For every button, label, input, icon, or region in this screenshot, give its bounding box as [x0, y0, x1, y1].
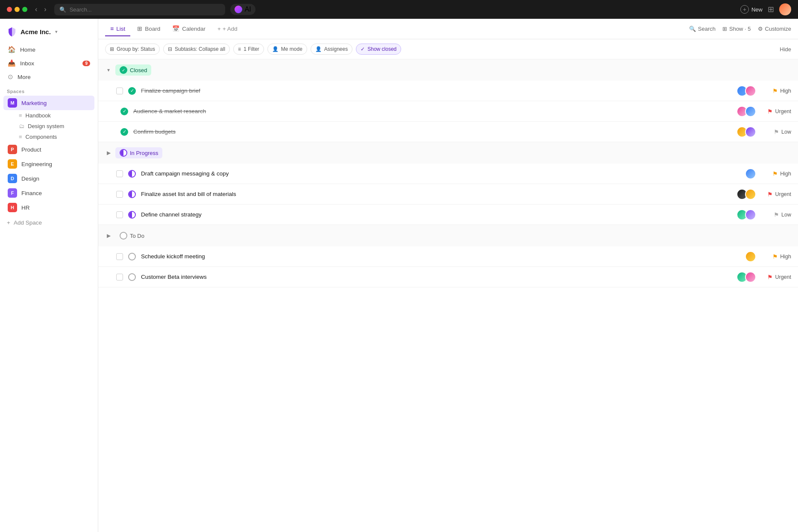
me-mode-filter[interactable]: 👤 Me mode [267, 44, 307, 55]
task-avatars [736, 209, 756, 220]
window-controls [7, 7, 27, 12]
status-done-icon[interactable]: ✓ [120, 128, 128, 136]
task-name[interactable]: Confirm budgets [133, 129, 731, 135]
sidebar-subitem-handbook[interactable]: ≡ Handbook [3, 110, 94, 121]
sidebar-item-more[interactable]: ⊙ More [3, 70, 94, 84]
spaces-section-title: Spaces [0, 85, 98, 96]
sidebar-item-design[interactable]: D Design [3, 171, 94, 186]
tab-calendar[interactable]: 📅 Calendar [167, 22, 211, 36]
workspace-logo[interactable]: Acme Inc. ▾ [0, 22, 98, 41]
gear-icon: ⚙ [758, 26, 763, 32]
filter-label: Show closed [367, 46, 396, 52]
search-icon: 🔍 [59, 6, 66, 13]
status-inprogress-icon[interactable] [128, 170, 136, 178]
search-icon: 🔍 [689, 26, 696, 32]
status-done-icon[interactable]: ✓ [128, 87, 136, 95]
tab-board[interactable]: ⊞ Board [132, 22, 165, 36]
task-checkbox[interactable] [116, 253, 123, 260]
group-header-inprogress[interactable]: ▶ In Progress [98, 142, 798, 164]
task-name[interactable]: Audience & market research [133, 108, 731, 114]
filter-count[interactable]: ≡ 1 Filter [233, 44, 264, 55]
task-avatars [736, 272, 756, 283]
avatar[interactable] [779, 3, 791, 15]
task-name[interactable]: Finalize asset list and bill of material… [141, 191, 731, 197]
task-name[interactable]: Schedule kickoff meeting [141, 253, 740, 260]
task-avatars [745, 251, 756, 262]
group-by-filter[interactable]: ⊞ Group by: Status [105, 44, 160, 55]
task-name[interactable]: Define channel strategy [141, 211, 731, 218]
filter-bar: ⊞ Group by: Status ⊟ Subtasks: Collapse … [98, 39, 798, 59]
sidebar-subitem-design-system[interactable]: 🗂 Design system [3, 121, 94, 132]
sidebar-item-label: Home [20, 47, 35, 53]
tab-label: Calendar [182, 26, 205, 32]
table-row: ⠿ Draft campaign messaging & copy ⚑ High [98, 164, 798, 184]
add-view-button[interactable]: + + Add [212, 22, 243, 35]
group-label: To Do [130, 233, 144, 239]
status-done-icon[interactable]: ✓ [120, 108, 128, 115]
show-action[interactable]: ⊞ Show · 5 [722, 26, 751, 32]
sidebar-item-home[interactable]: 🏠 Home [3, 43, 94, 56]
hide-button[interactable]: Hide [780, 46, 791, 53]
new-button[interactable]: + New [740, 5, 763, 14]
home-icon: 🏠 [8, 46, 16, 53]
group-header-closed[interactable]: ▾ ✓ Closed [98, 59, 798, 81]
closed-status-icon: ✓ [120, 66, 127, 74]
inbox-badge: 9 [82, 61, 90, 66]
chevron-down-icon: ▾ [105, 67, 112, 73]
closed-group-badge: ✓ Closed [115, 64, 151, 76]
global-search[interactable]: 🔍 [54, 4, 225, 15]
customize-action[interactable]: ⚙ Customize [758, 26, 791, 32]
priority-label: Urgent [775, 108, 791, 114]
task-checkbox[interactable] [116, 211, 123, 218]
sidebar-item-marketing[interactable]: M Marketing [3, 96, 94, 110]
sidebar-subitem-components[interactable]: ≡ Components [3, 132, 94, 142]
task-priority: ⚑ Urgent [761, 108, 791, 115]
task-list: ▾ ✓ Closed ⠿ ✓ Finalize campaign brief ⚑ [98, 59, 798, 532]
task-name[interactable]: Draft campaign messaging & copy [141, 170, 740, 177]
status-todo-icon[interactable] [128, 273, 136, 281]
sidebar-item-finance[interactable]: F Finance [3, 186, 94, 200]
task-name[interactable]: Finalize campaign brief [141, 88, 731, 94]
back-button[interactable]: ‹ [32, 5, 40, 14]
task-checkbox[interactable] [116, 88, 123, 94]
sidebar-item-engineering[interactable]: E Engineering [3, 157, 94, 171]
task-checkbox[interactable] [116, 191, 123, 198]
table-row: ✓ Audience & market research ⚑ Urgent [98, 101, 798, 122]
close-dot[interactable] [7, 7, 12, 12]
filter-label: 1 Filter [244, 46, 259, 52]
grid-icon[interactable]: ⊞ [768, 5, 774, 14]
task-checkbox[interactable] [116, 170, 123, 177]
task-name[interactable]: Customer Beta interviews [141, 274, 731, 280]
status-inprogress-icon[interactable] [128, 190, 136, 198]
task-checkbox[interactable] [116, 274, 123, 281]
space-label: Design [21, 175, 39, 182]
status-inprogress-icon[interactable] [128, 211, 136, 219]
add-space-button[interactable]: + Add Space [0, 216, 98, 229]
sidebar-item-inbox[interactable]: 📥 Inbox 9 [3, 56, 94, 70]
avatar [745, 106, 756, 117]
fullscreen-dot[interactable] [22, 7, 27, 12]
forward-button[interactable]: › [41, 5, 49, 14]
minimize-dot[interactable] [15, 7, 20, 12]
content-area: ≡ List ⊞ Board 📅 Calendar + + Add 🔍 Sear… [98, 19, 798, 532]
sidebar-item-hr[interactable]: H HR [3, 200, 94, 215]
table-row: ⠿ Define channel strategy ⚑ Low [98, 205, 798, 225]
grid-icon: ⊞ [722, 26, 727, 32]
filter-label: Group by: Status [117, 46, 155, 52]
filter-icon: ≡ [238, 46, 241, 52]
sidebar-item-product[interactable]: P Product [3, 142, 94, 157]
status-todo-icon[interactable] [128, 253, 136, 260]
task-priority: ⚑ Low [761, 129, 791, 135]
avatar [745, 272, 756, 283]
group-header-todo[interactable]: ▶ To Do [98, 225, 798, 246]
assignees-filter[interactable]: 👤 Assignees [311, 44, 352, 55]
search-input[interactable] [70, 6, 220, 13]
tab-list[interactable]: ≡ List [105, 22, 130, 36]
ai-icon [235, 6, 242, 13]
subtasks-filter[interactable]: ⊟ Subtasks: Collapse all [163, 44, 230, 55]
topbar: ‹ › 🔍 AI + New ⊞ [0, 0, 798, 19]
search-action[interactable]: 🔍 Search [689, 26, 716, 32]
action-label: Search [698, 26, 716, 32]
ai-button[interactable]: AI [230, 4, 255, 15]
show-closed-filter[interactable]: ✓ Show closed [356, 44, 401, 55]
